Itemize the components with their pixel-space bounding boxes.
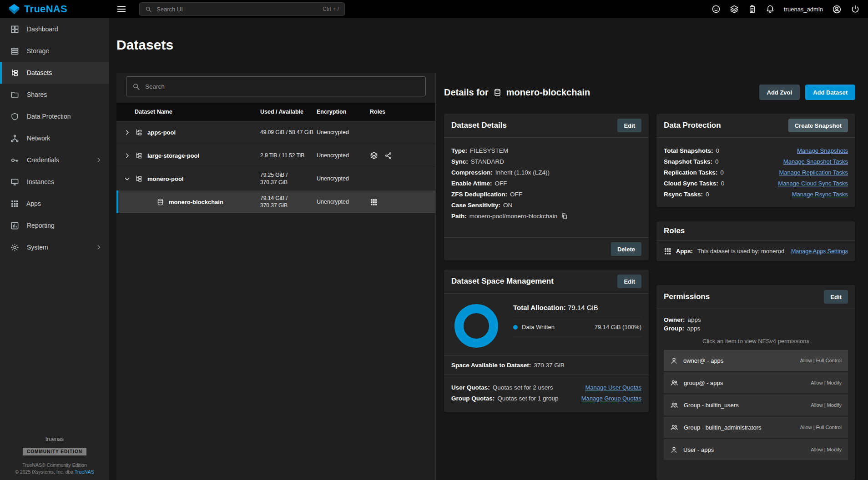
dataset-search[interactable] — [126, 76, 426, 96]
chevron-right-icon — [96, 157, 102, 163]
permission-item-group[interactable]: group@ - apps Allow | Modify — [664, 372, 848, 393]
space-available-value: 370.37 GiB — [534, 362, 565, 369]
global-search[interactable]: Ctrl + / — [139, 2, 345, 16]
manage-cloud-sync-tasks-link[interactable]: Manage Cloud Sync Tasks — [778, 180, 848, 187]
owner-value: apps — [688, 316, 701, 323]
dataset-tree-icon — [135, 129, 143, 136]
sidebar-item-label: Datasets — [27, 69, 52, 76]
account-icon[interactable] — [832, 5, 842, 14]
sidebar-item-label: Data Protection — [27, 113, 71, 120]
dataset-path-value: monero-pool/monero-blockchain — [469, 213, 558, 220]
edit-permissions-button[interactable]: Edit — [824, 290, 848, 304]
total-allocation-label: Total Allocation: — [513, 304, 566, 311]
edit-space-button[interactable]: Edit — [617, 275, 641, 288]
sidebar-item-label: Instances — [27, 178, 54, 185]
field-value: Inherit (1.10x (LZ4)) — [495, 169, 550, 176]
chevron-right-icon[interactable] — [124, 129, 131, 136]
jobs-icon[interactable] — [748, 5, 757, 14]
manage-rsync-tasks-link[interactable]: Manage Rsync Tasks — [792, 191, 848, 198]
selected-row-indicator — [116, 190, 118, 213]
used-available: 79.14 GiB / — [260, 195, 314, 202]
permission-item-owner[interactable]: owner@ - apps Allow | Full Control — [664, 350, 848, 371]
create-snapshot-button[interactable]: Create Snapshot — [788, 119, 848, 132]
global-search-input[interactable] — [156, 6, 318, 13]
apps-status-icon[interactable] — [730, 5, 739, 14]
manage-user-quotas-link[interactable]: Manage User Quotas — [585, 384, 641, 391]
used-available: 79.25 GiB / — [260, 171, 314, 179]
sidebar-item-network[interactable]: Network — [0, 127, 109, 149]
sidebar-item-data-protection[interactable]: Data Protection — [0, 105, 109, 127]
edition-badge: COMMUNITY EDITION — [23, 448, 86, 455]
manage-replication-tasks-link[interactable]: Manage Replication Tasks — [779, 169, 848, 176]
copy-path-icon[interactable] — [561, 213, 568, 220]
used-available: 49.09 GiB / 58.47 GiB — [260, 129, 314, 136]
search-shortcut: Ctrl + / — [323, 6, 339, 12]
card-title: Roles — [664, 226, 685, 235]
database-icon — [493, 88, 502, 97]
encryption-state: Unencrypted — [317, 129, 370, 135]
delete-dataset-button[interactable]: Delete — [611, 242, 641, 256]
search-icon — [132, 83, 140, 90]
details-dataset-name: monero-blockchain — [506, 87, 590, 98]
encryption-state: Unencrypted — [317, 199, 370, 205]
group-icon — [670, 379, 678, 387]
column-encryption: Encryption — [317, 109, 370, 115]
card-title: Data Protection — [664, 121, 721, 130]
card-title: Permissions — [664, 292, 710, 301]
notifications-bell-icon[interactable] — [766, 5, 775, 14]
field-value: STANDARD — [471, 158, 504, 165]
manage-snapshots-link[interactable]: Manage Snapshots — [797, 147, 848, 154]
sidebar-item-label: Reporting — [27, 222, 55, 229]
username-label[interactable]: truenas_admin — [784, 6, 823, 13]
page-title: Datasets — [116, 37, 173, 53]
sidebar-item-storage[interactable]: Storage — [0, 40, 109, 62]
dataset-search-input[interactable] — [145, 83, 419, 90]
tree-table-header: Dataset Name Used / Available Encryption… — [116, 103, 435, 121]
table-row-large-storage-pool[interactable]: large-storage-pool 2.9 TiB / 11.52 TiB U… — [116, 144, 435, 167]
sidebar-item-label: Storage — [27, 47, 49, 55]
group-value: apps — [687, 325, 700, 332]
sidebar-item-apps[interactable]: Apps — [0, 193, 109, 215]
reporting-icon — [10, 221, 19, 230]
total-allocation-value: 79.14 GiB — [568, 304, 598, 311]
sidebar-item-dashboard[interactable]: Dashboard — [0, 18, 109, 40]
sidebar-item-instances[interactable]: Instances — [0, 171, 109, 193]
power-icon[interactable] — [851, 5, 860, 14]
sidebar-item-system[interactable]: System — [0, 236, 109, 258]
menu-toggle-icon[interactable] — [116, 4, 126, 14]
permissions-card: Permissions Edit Owner: apps Group: apps… — [656, 285, 855, 480]
edit-dataset-details-button[interactable]: Edit — [617, 119, 641, 132]
dashboard-icon — [10, 25, 19, 34]
user-quotas-value: Quotas set for 2 users — [493, 384, 553, 391]
apps-grid-role-icon — [370, 198, 378, 206]
manage-snapshot-tasks-link[interactable]: Manage Snapshot Tasks — [783, 158, 848, 165]
chevron-down-icon[interactable] — [124, 175, 131, 182]
add-dataset-button[interactable]: Add Dataset — [805, 85, 855, 100]
chevron-right-icon[interactable] — [124, 152, 131, 159]
brand-name: TrueNAS — [24, 3, 67, 15]
instances-icon — [10, 178, 19, 186]
table-row-monero-pool[interactable]: monero-pool 79.25 GiB / 370.37 GiB Unenc… — [116, 167, 435, 190]
datasets-icon — [10, 69, 19, 77]
manage-apps-settings-link[interactable]: Manage Apps Settings — [791, 248, 848, 255]
truenas-logo[interactable]: TrueNAS — [0, 3, 109, 15]
feedback-icon[interactable] — [712, 5, 721, 14]
search-icon — [145, 6, 152, 13]
sidebar-item-reporting[interactable]: Reporting — [0, 215, 109, 236]
table-row-monero-blockchain[interactable]: monero-blockchain 79.14 GiB / 370.37 GiB… — [116, 190, 435, 214]
permission-item-builtin-administrators[interactable]: Group - builtin_administrators Allow | F… — [664, 417, 848, 438]
task-count: 0 — [706, 191, 709, 198]
table-row-apps-pool[interactable]: apps-pool 49.09 GiB / 58.47 GiB Unencryp… — [116, 121, 435, 144]
task-count: 0 — [720, 169, 724, 176]
sidebar-item-shares[interactable]: Shares — [0, 84, 109, 105]
manage-group-quotas-link[interactable]: Manage Group Quotas — [581, 395, 641, 402]
sidebar-item-credentials[interactable]: Credentials — [0, 149, 109, 171]
sidebar-item-datasets[interactable]: Datasets — [0, 62, 109, 84]
truenas-link[interactable]: TrueNAS — [75, 469, 94, 475]
dataset-name: monero-blockchain — [169, 199, 223, 205]
permission-item-builtin-users[interactable]: Group - builtin_users Allow | Modify — [664, 395, 848, 415]
card-title: Dataset Details — [451, 121, 507, 130]
key-icon — [10, 156, 19, 165]
permission-item-user-apps[interactable]: User - apps Allow | Modify — [664, 439, 848, 460]
add-zvol-button[interactable]: Add Zvol — [759, 85, 800, 100]
